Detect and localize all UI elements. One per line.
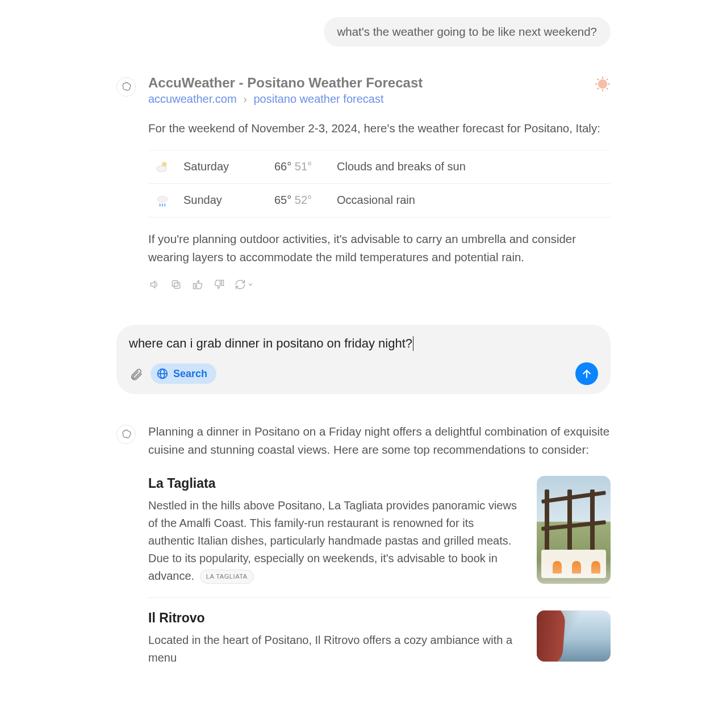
chat-container: what's the weather going to be like next…	[116, 0, 611, 692]
weather-low: 52°	[295, 194, 312, 206]
weather-day-label: Saturday	[183, 160, 274, 173]
weather-intro: For the weekend of November 2-3, 2024, h…	[148, 119, 611, 137]
openai-icon	[120, 429, 132, 440]
composer-input[interactable]: where can i grab dinner in positano on f…	[129, 336, 598, 351]
svg-rect-15	[174, 283, 180, 288]
message-actions	[148, 278, 611, 291]
weather-high: 66°	[274, 160, 291, 173]
weather-temps: 65° 52°	[274, 194, 337, 207]
reco-desc: Nestled in the hills above Positano, La …	[148, 497, 521, 585]
chevron-right-icon: ›	[243, 93, 247, 105]
user-message-row: what's the weather going to be like next…	[116, 17, 611, 47]
weather-temps: 66° 51°	[274, 160, 337, 173]
user-message: what's the weather going to be like next…	[324, 17, 611, 47]
arrow-up-icon	[581, 368, 592, 379]
source-domain[interactable]: accuweather.com	[148, 93, 237, 105]
svg-point-0	[598, 80, 607, 89]
svg-point-10	[157, 166, 166, 172]
weather-advice: If you're planning outdoor activities, i…	[148, 230, 611, 266]
message-composer[interactable]: where can i grab dinner in positano on f…	[116, 325, 611, 394]
svg-line-7	[607, 79, 608, 80]
thumbs-up-button[interactable]	[191, 278, 204, 291]
assistant-avatar	[116, 77, 136, 97]
text-caret	[413, 336, 413, 351]
search-chip-label: Search	[173, 368, 207, 380]
assistant-weather-block: AccuWeather - Positano Weather Forecast …	[116, 75, 611, 291]
weather-day-label: Sunday	[183, 194, 274, 207]
weather-row-sunday: Sunday 65° 52° Occasional rain	[148, 184, 611, 217]
svg-rect-16	[172, 281, 178, 287]
weather-low: 51°	[295, 160, 312, 173]
search-chip[interactable]: Search	[151, 363, 216, 384]
rain-icon	[148, 193, 177, 208]
reco-item-il-ritrovo: Il Ritrovo Located in the heart of Posit…	[148, 610, 611, 679]
reco-intro: Planning a dinner in Positano on a Frida…	[148, 422, 611, 459]
reco-title: Il Ritrovo	[148, 610, 521, 626]
composer-text: where can i grab dinner in positano on f…	[129, 336, 412, 351]
svg-line-6	[607, 88, 608, 89]
copy-button[interactable]	[170, 278, 182, 291]
reco-image[interactable]	[537, 610, 611, 662]
reco-item-la-tagliata: La Tagliata Nestled in the hills above P…	[148, 476, 611, 598]
assistant-reco-block: Planning a dinner in Positano on a Frida…	[116, 422, 611, 692]
openai-icon	[120, 81, 132, 93]
citation-chip[interactable]: LA TAGLIATA	[200, 570, 254, 584]
weather-desc: Clouds and breaks of sun	[337, 160, 466, 173]
assistant-avatar	[116, 425, 136, 444]
regenerate-button[interactable]	[235, 278, 254, 291]
send-button[interactable]	[575, 362, 598, 385]
reco-title: La Tagliata	[148, 476, 521, 491]
composer-toolbar: Search	[129, 362, 598, 385]
svg-line-5	[598, 79, 599, 80]
read-aloud-button[interactable]	[148, 278, 161, 291]
reco-image[interactable]	[537, 476, 611, 584]
source-breadcrumb[interactable]: accuweather.com › positano weather forec…	[148, 93, 611, 106]
reco-desc: Located in the heart of Positano, Il Rit…	[148, 631, 521, 667]
attach-button[interactable]	[129, 366, 144, 381]
thumbs-down-button[interactable]	[213, 278, 225, 291]
svg-line-8	[598, 88, 599, 89]
weather-desc: Occasional rain	[337, 194, 415, 207]
svg-point-11	[157, 196, 167, 202]
weather-table: Saturday 66° 51° Clouds and breaks of su…	[148, 150, 611, 217]
weather-high: 65°	[274, 194, 291, 206]
globe-icon	[156, 367, 169, 380]
source-title: AccuWeather - Positano Weather Forecast	[148, 75, 611, 91]
chevron-down-icon	[247, 281, 254, 288]
weather-row-saturday: Saturday 66° 51° Clouds and breaks of su…	[148, 150, 611, 184]
partly-cloudy-icon	[148, 160, 177, 174]
sun-badge-icon	[595, 76, 611, 94]
source-page[interactable]: positano weather forecast	[253, 93, 383, 105]
